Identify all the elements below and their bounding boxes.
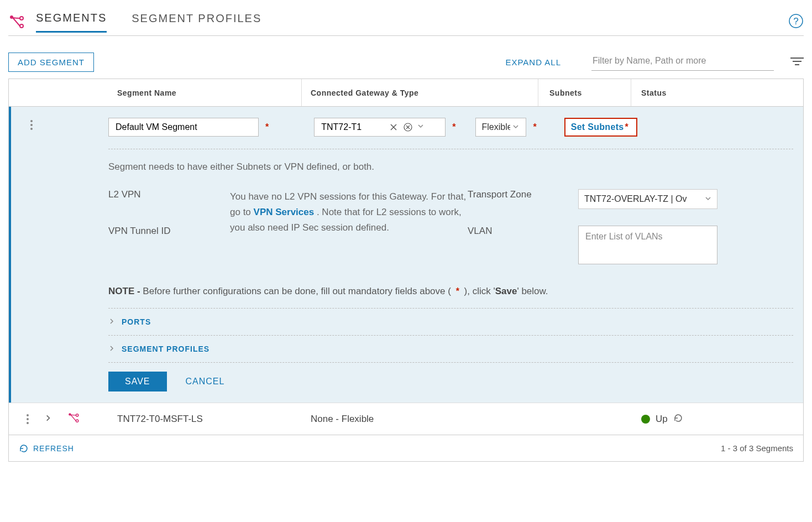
row-menu-icon[interactable]	[30, 120, 108, 130]
clear-text-icon[interactable]	[389, 122, 399, 132]
svg-point-2	[20, 24, 23, 28]
transport-zone-label: Transport Zone	[468, 189, 578, 200]
vlan-label: VLAN	[468, 226, 578, 237]
segment-type-icon	[67, 412, 80, 426]
grid-header: Segment Name Connected Gateway & Type Su…	[9, 79, 803, 107]
status-indicator-icon	[641, 415, 650, 424]
col-header-gateway: Connected Gateway & Type	[302, 79, 538, 106]
status-text: Up	[656, 414, 668, 425]
chevron-right-icon	[108, 344, 115, 353]
set-subnets-button[interactable]: Set Subnets*	[564, 118, 637, 137]
clear-all-icon[interactable]	[403, 122, 413, 132]
transport-zone-select[interactable]: TNT72-OVERLAY-TZ | Ov	[578, 189, 717, 209]
gateway-combo[interactable]	[314, 118, 446, 137]
segment-edit-row: * * Fle	[9, 107, 803, 403]
tab-segments[interactable]: SEGMENTS	[36, 12, 107, 33]
refresh-status-icon[interactable]	[673, 413, 683, 425]
ports-section-toggle[interactable]: PORTS	[108, 309, 793, 336]
col-header-name: Segment Name	[108, 79, 302, 106]
required-marker: *	[452, 122, 455, 132]
chevron-down-icon[interactable]	[417, 122, 427, 132]
cancel-button[interactable]: CANCEL	[186, 377, 225, 387]
toolbar: ADD SEGMENT EXPAND ALL	[8, 53, 804, 72]
vpn-tunnel-label: VPN Tunnel ID	[108, 226, 230, 237]
row-menu-icon[interactable]	[27, 414, 29, 424]
refresh-button[interactable]: REFRESH	[19, 443, 74, 453]
help-icon[interactable]: ?	[788, 13, 804, 30]
chevron-right-icon	[108, 317, 115, 326]
gateway-cell: None - Flexible	[302, 414, 538, 425]
tz-value: TNT72-OVERLAY-TZ | Ov	[584, 194, 687, 204]
svg-point-1	[20, 17, 23, 20]
segment-profiles-section-toggle[interactable]: SEGMENT PROFILES	[108, 336, 793, 363]
svg-point-14	[76, 414, 78, 416]
chevron-down-icon[interactable]	[705, 194, 711, 204]
svg-point-15	[76, 420, 78, 422]
segment-name-input[interactable]	[108, 118, 259, 137]
add-segment-button[interactable]: ADD SEGMENT	[8, 53, 94, 72]
type-combo[interactable]: Flexible	[475, 118, 526, 137]
filter-input[interactable]	[591, 54, 774, 71]
save-button[interactable]: SAVE	[108, 372, 167, 392]
note-text: NOTE - Before further configurations can…	[108, 286, 793, 309]
type-value: Flexible	[481, 122, 510, 132]
segments-logo-icon	[8, 14, 25, 30]
col-header-subnets: Subnets	[538, 79, 631, 106]
filter-icon[interactable]	[790, 56, 804, 68]
vpn-services-link[interactable]: VPN Services	[254, 207, 315, 217]
l2vpn-message: You have no L2 VPN sessions for this Gat…	[230, 189, 468, 236]
subnets-hint: Segment needs to have either Subnets or …	[108, 161, 793, 173]
l2vpn-label: L2 VPN	[108, 189, 230, 200]
required-marker: *	[265, 122, 269, 132]
grid-footer: REFRESH 1 - 3 of 3 Segments	[8, 435, 804, 462]
segments-grid: Segment Name Connected Gateway & Type Su…	[8, 79, 804, 435]
vlan-input[interactable]	[578, 226, 717, 264]
pager-text: 1 - 3 of 3 Segments	[721, 443, 793, 453]
svg-text:?: ?	[793, 16, 798, 27]
required-marker: *	[533, 122, 536, 132]
top-tabs: SEGMENTS SEGMENT PROFILES ?	[8, 8, 804, 36]
segment-name-cell: TNT72-T0-MSFT-LS	[108, 414, 302, 425]
expand-row-icon[interactable]	[44, 414, 52, 424]
table-row: TNT72-T0-MSFT-LS None - Flexible Up	[9, 403, 803, 435]
tab-segment-profiles[interactable]: SEGMENT PROFILES	[132, 12, 261, 32]
gateway-input[interactable]	[315, 118, 386, 136]
col-header-status: Status	[631, 79, 803, 106]
expand-all-button[interactable]: EXPAND ALL	[505, 58, 561, 67]
chevron-down-icon[interactable]	[512, 122, 519, 132]
